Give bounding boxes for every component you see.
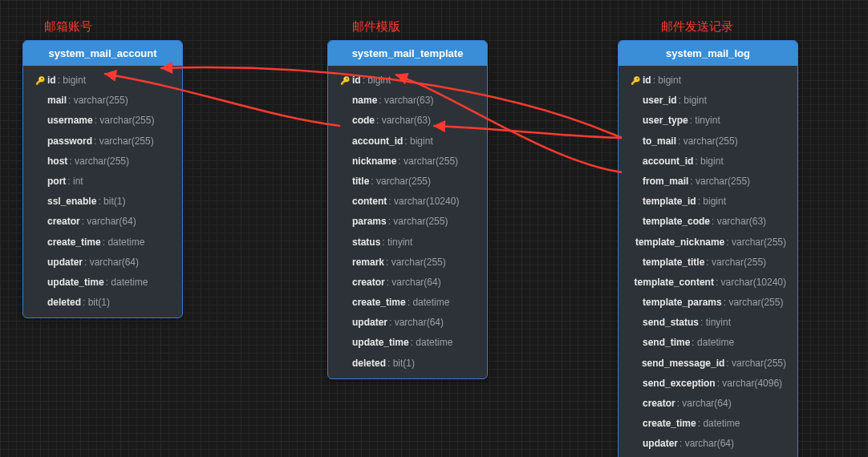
column-name: name <box>352 93 377 108</box>
column-type: : datetime <box>698 416 740 431</box>
column-type: : bigint <box>653 73 681 88</box>
column-send_status: send_status: tinyint <box>619 313 797 333</box>
column-nickname: nickname: varchar(255) <box>328 152 487 172</box>
column-update_time: update_time: datetime <box>23 273 182 293</box>
table-header: system_mail_template <box>328 41 487 66</box>
column-name: updater <box>352 315 387 330</box>
column-name: host <box>47 154 67 169</box>
column-mail: mail: varchar(255) <box>23 91 182 111</box>
column-user_id: user_id: bigint <box>619 91 797 111</box>
column-update_time: update_time: datetime <box>619 455 797 457</box>
column-name: template_content <box>635 275 714 290</box>
column-account_id: account_id: bigint <box>328 131 487 152</box>
column-name: creator <box>47 214 80 229</box>
column-update_time: update_time: datetime <box>328 333 487 353</box>
column-name: account_id <box>643 154 693 169</box>
column-type: : varchar(255) <box>726 356 786 371</box>
column-type: : varchar(255) <box>388 214 448 229</box>
key-icon <box>34 74 46 88</box>
column-type: : varchar(255) <box>371 174 431 189</box>
column-updater: updater: varchar(64) <box>23 253 182 273</box>
column-name: update_time <box>352 335 409 350</box>
column-type: : varchar(255) <box>68 93 128 108</box>
column-port: port: int <box>23 172 182 192</box>
column-creator: creator: varchar(64) <box>619 394 797 414</box>
column-type: : varchar(255) <box>726 235 786 250</box>
columns-container: id: bigintuser_id: bigintuser_type: tiny… <box>619 66 797 457</box>
column-id: id: bigint <box>23 71 182 91</box>
column-type: : datetime <box>106 275 148 290</box>
column-name: send_message_id <box>642 356 724 371</box>
column-type: : varchar(63) <box>379 93 433 108</box>
column-deleted: deleted: bit(1) <box>23 293 182 313</box>
column-type: : tinyint <box>690 113 720 128</box>
table-system-mail-account[interactable]: system_mail_account id: bigintmail: varc… <box>22 40 183 318</box>
column-updater: updater: varchar(64) <box>328 313 487 333</box>
column-name: send_status <box>643 315 699 330</box>
column-name: password <box>47 134 92 149</box>
column-name: content <box>352 194 387 209</box>
column-name: user_id <box>643 93 677 108</box>
column-password: password: varchar(255) <box>23 131 182 152</box>
column-type: : int <box>67 174 83 189</box>
column-name: id <box>352 73 361 88</box>
column-type: : bigint <box>698 194 726 209</box>
column-name: user_type <box>643 113 688 128</box>
column-name: status <box>352 235 380 250</box>
column-send_time: send_time: datetime <box>619 333 797 353</box>
column-create_time: create_time: datetime <box>328 293 487 313</box>
column-account_id: account_id: bigint <box>619 152 797 172</box>
column-type: : varchar(64) <box>387 275 441 290</box>
column-name: create_time <box>352 295 406 310</box>
column-from_mail: from_mail: varchar(255) <box>619 172 797 192</box>
column-updater: updater: varchar(64) <box>619 434 797 454</box>
column-name: id <box>47 73 56 88</box>
columns-container: id: bigintname: varchar(63)code: varchar… <box>328 66 487 378</box>
column-creator: creator: varchar(64) <box>23 212 182 232</box>
column-name: updater <box>643 436 678 451</box>
column-name: template_params <box>643 295 722 310</box>
column-name: params <box>352 214 387 229</box>
column-name: template_title <box>643 255 704 270</box>
column-ssl_enable: ssl_enable: bit(1) <box>23 192 182 212</box>
column-name: creator <box>352 275 385 290</box>
column-template_id: template_id: bigint <box>619 192 797 212</box>
key-icon <box>630 74 641 88</box>
label-template: 邮件模版 <box>352 19 400 34</box>
column-name: send_exception <box>643 376 716 391</box>
column-content: content: varchar(10240) <box>328 192 487 212</box>
column-type: : varchar(64) <box>679 436 734 451</box>
column-template_content: template_content: varchar(10240) <box>619 273 797 293</box>
column-name: mail <box>47 93 67 108</box>
column-type: : varchar(255) <box>724 295 784 310</box>
column-type: : varchar(255) <box>678 134 738 149</box>
column-code: code: varchar(63) <box>328 111 487 131</box>
column-name: code <box>352 113 375 128</box>
column-type: : bigint <box>695 154 723 169</box>
column-send_exception: send_exception: varchar(4096) <box>619 374 797 394</box>
column-type: : varchar(255) <box>69 154 129 169</box>
column-creator: creator: varchar(64) <box>328 273 487 293</box>
label-account: 邮箱账号 <box>44 19 92 34</box>
column-template_params: template_params: varchar(255) <box>619 293 797 313</box>
columns-container: id: bigintmail: varchar(255)username: va… <box>23 66 182 317</box>
column-name: name: varchar(63) <box>328 91 487 111</box>
column-name: account_id <box>352 134 403 149</box>
column-name: nickname <box>352 154 396 169</box>
column-type: : datetime <box>411 335 453 350</box>
table-system-mail-template[interactable]: system_mail_template id: bigintname: var… <box>327 40 488 379</box>
column-name: ssl_enable <box>47 194 96 209</box>
column-type: : varchar(10240) <box>388 194 459 209</box>
column-name: username <box>47 113 93 128</box>
column-type: : varchar(255) <box>690 174 750 189</box>
column-remark: remark: varchar(255) <box>328 253 487 273</box>
column-title: title: varchar(255) <box>328 172 487 192</box>
column-name: create_time <box>47 235 101 250</box>
column-type: : varchar(64) <box>84 255 139 270</box>
column-host: host: varchar(255) <box>23 152 182 172</box>
table-system-mail-log[interactable]: system_mail_log id: bigintuser_id: bigin… <box>618 40 798 457</box>
column-type: : bigint <box>363 73 391 88</box>
column-type: : bigint <box>58 73 86 88</box>
column-type: : varchar(255) <box>706 255 766 270</box>
column-name: from_mail <box>643 174 688 189</box>
